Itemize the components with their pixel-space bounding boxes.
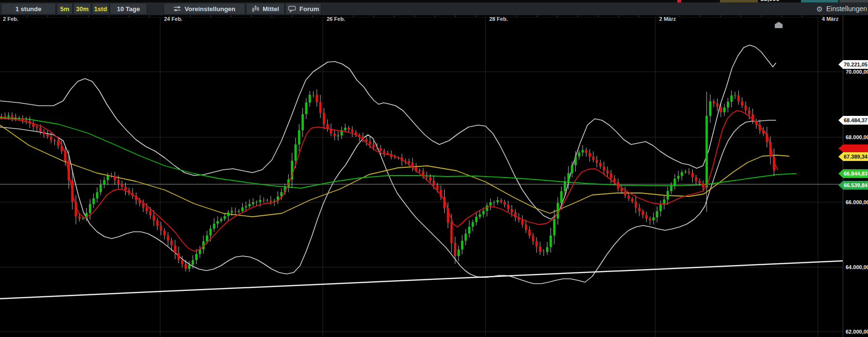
date-label: 2 März	[659, 16, 676, 22]
price-tag-red	[838, 144, 868, 152]
gear-icon: ⚙	[816, 5, 822, 13]
clipped-upper-panel: 15,000	[0, 0, 868, 2]
mittel-label: Mittel	[263, 5, 279, 13]
mittel-button[interactable]: Mittel	[246, 3, 284, 15]
timeframe-label: 1 stunde	[16, 5, 41, 13]
timeframe-button[interactable]: 1 stunde	[1, 3, 56, 15]
clipped-teal-block	[801, 0, 838, 2]
voreinstellungen-label: Voreinstellungen	[184, 5, 235, 13]
trading-app: 15,000 1 stunde 5m 30m 1std 10 Tage Vo	[0, 0, 868, 337]
price-tag-7022105: 70.221,05	[838, 60, 868, 69]
clipped-gray-block	[839, 0, 868, 2]
price-tick-label: 62.000,00	[846, 329, 868, 335]
date-label: 28 Feb.	[489, 16, 508, 22]
forum-label: Forum	[300, 5, 319, 13]
chart-toolbar: 1 stunde 5m 30m 1std 10 Tage Voreinstell…	[0, 2, 868, 16]
clipped-value-label: 15,000	[760, 0, 799, 2]
medium-ma-line	[0, 125, 789, 217]
price-tag-6653984: 66.539,84	[838, 181, 868, 190]
timeframe-30m-button[interactable]: 30m	[73, 3, 91, 15]
forum-button[interactable]: Forum	[285, 3, 321, 15]
clipped-red-block	[677, 0, 681, 2]
range-button[interactable]: 10 Tage	[110, 3, 147, 15]
chart-canvas[interactable]: 2 Feb.24 Feb.26 Feb.28 Feb.2 März4 März	[0, 15, 843, 337]
speech-bubble-icon	[288, 5, 296, 13]
timeframe-30m-label: 30m	[76, 5, 88, 13]
candlestick-icon	[251, 5, 259, 13]
fast-ma-line	[0, 111, 778, 251]
trend-line[interactable]	[0, 261, 843, 299]
price-tag-6848437: 68.484,37	[838, 116, 868, 125]
einstellungen-button[interactable]: ⚙ Einstellungen	[812, 3, 868, 15]
price-tick-label: 68.000,00	[846, 134, 868, 140]
clipped-olive-block	[720, 0, 758, 2]
voreinstellungen-button[interactable]: Voreinstellungen	[164, 3, 245, 15]
timeframe-1std-label: 1std	[94, 5, 107, 13]
price-tick-label: 66.000,00	[846, 199, 868, 205]
range-label: 10 Tage	[117, 5, 140, 13]
einstellungen-label: Einstellungen	[826, 5, 867, 13]
price-tick-label: 70.000,00	[846, 69, 868, 75]
date-label: 2 Feb.	[3, 16, 18, 22]
date-label: 26 Feb.	[327, 16, 345, 22]
date-label: 24 Feb.	[164, 16, 183, 22]
timeframe-1std-button[interactable]: 1std	[92, 3, 109, 15]
price-tag-6684483: 66.844,83	[838, 169, 868, 178]
bollinger-upper-line	[0, 45, 776, 219]
price-tick-label: 64.000,00	[846, 264, 868, 270]
timeframe-5m-button[interactable]: 5m	[57, 3, 73, 15]
date-label: 4 März	[822, 16, 838, 22]
sliders-icon	[173, 5, 181, 13]
timeframe-5m-label: 5m	[60, 5, 69, 13]
price-tag-6738934: 67.389,34	[838, 152, 868, 161]
candlestick-chart[interactable]	[0, 15, 843, 337]
